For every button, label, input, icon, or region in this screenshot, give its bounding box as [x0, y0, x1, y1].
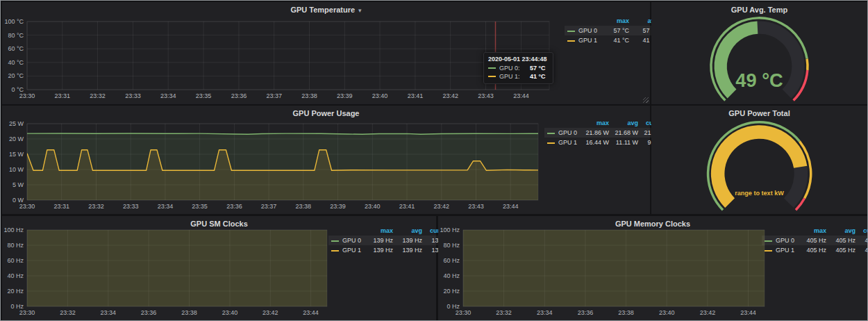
legend-stat-value: 405 Hz [858, 236, 868, 245]
legend-header[interactable]: avg [612, 118, 641, 128]
legend-series-name[interactable]: GPU 0 [776, 237, 794, 244]
x-tick-label: 23:39 [330, 203, 346, 210]
x-tick-label: 23:42 [262, 309, 278, 316]
legend-stat-value: 405 Hz [829, 236, 858, 245]
legend-series-name[interactable]: GPU 1 [776, 247, 794, 254]
legend-series-name[interactable]: GPU 0 [578, 27, 597, 34]
x-tick-label: 23:31 [55, 92, 71, 99]
x-tick-label: 23:37 [266, 92, 282, 99]
x-tick-label: 23:41 [408, 92, 424, 99]
panel-resize-handle[interactable] [643, 97, 649, 103]
memory-clocks-chart-area[interactable]: 100 Hz80 Hz60 Hz40 Hz20 Hz0 Hz23:3023:32… [440, 227, 766, 318]
legend-series-name[interactable]: GPU 1 [342, 247, 361, 254]
sm-clocks-legend: maxavgcurrentGPU 0139 Hz139 Hz139 HzGPU … [328, 226, 454, 255]
legend-stat-value: 16.44 W [583, 138, 612, 147]
memory-clocks-legend: maxavgcurrentGPU 0405 Hz405 Hz405 HzGPU … [762, 226, 868, 255]
legend-series-name[interactable]: GPU 1 [558, 139, 577, 146]
x-tick-label: 23:30 [19, 309, 35, 316]
temperature-chart-area[interactable]: 100 °C80 °C60 °C40 °C20 °C0 °C23:3023:31… [3, 19, 551, 101]
y-tick-label: 60 °C [8, 45, 24, 52]
x-tick-label: 23:32 [496, 309, 512, 316]
x-tick-label: 23:37 [261, 203, 277, 210]
sm-clocks-chart-area[interactable]: 100 Hz80 Hz60 Hz40 Hz20 Hz0 Hz23:3023:32… [3, 227, 328, 318]
x-tick-label: 23:34 [537, 309, 553, 316]
series-color-dash [331, 250, 339, 252]
x-tick-label: 23:40 [659, 309, 675, 316]
legend-stat-value: 139 Hz [367, 245, 396, 255]
x-tick-label: 23:39 [337, 92, 353, 99]
gpu-power-total-gauge-svg: range to text kW [653, 120, 866, 213]
legend-header[interactable]: max [367, 226, 396, 236]
series-color-dash [567, 40, 575, 42]
legend-table: maxavgcurrentGPU 0139 Hz139 Hz139 HzGPU … [328, 226, 454, 255]
series-color-dash [547, 142, 555, 144]
tooltip-series-label: GPU 1: [499, 73, 524, 80]
series-color-dash [331, 240, 339, 242]
x-tick-label: 23:38 [301, 92, 317, 99]
y-tick-label: 80 Hz [443, 242, 460, 249]
x-tick-label: 23:44 [303, 309, 319, 316]
GPU 1-area-fill [27, 227, 327, 306]
gauge-value-text: 49 °C [735, 69, 783, 91]
series-color-dash [488, 67, 496, 69]
x-tick-label: 23:34 [158, 203, 174, 210]
y-tick-label: 60 Hz [7, 257, 24, 264]
x-tick-label: 23:35 [196, 92, 212, 99]
tooltip-timestamp: 2020-05-01 23:44:48 [488, 56, 547, 63]
legend-header[interactable]: max [583, 118, 612, 128]
legend-row: GPU 1139 Hz139 Hz139 Hz [328, 245, 454, 255]
tooltip-series-label: GPU 0: [499, 65, 524, 72]
panel-title[interactable]: GPU Power Usage [293, 109, 360, 117]
legend-header[interactable]: max [603, 16, 632, 26]
legend-row: GPU 0139 Hz139 Hz139 Hz [328, 236, 454, 245]
x-tick-label: 23:30 [19, 92, 35, 99]
panel-title[interactable]: GPU Power Total [728, 109, 790, 117]
legend-header[interactable]: max [800, 226, 829, 236]
chart-tooltip: 2020-05-01 23:44:48 GPU 0: 57 °C GPU 1: … [483, 52, 553, 84]
x-tick-label: 23:44 [513, 92, 529, 99]
panel-header: GPU Temperature▾ [2, 2, 650, 19]
panel-gpu-power-usage: GPU Power Usage 25 W20 W15 W10 W5 W0 W23… [2, 106, 650, 214]
legend-header[interactable]: avg [829, 226, 858, 236]
gauge-value-text: range to text kW [735, 190, 784, 197]
x-tick-label: 23:32 [90, 92, 106, 99]
y-tick-label: 25 W [9, 121, 24, 127]
legend-stat-value: 41 °C [603, 35, 632, 45]
legend-series-name[interactable]: GPU 0 [342, 237, 361, 244]
legend-stat-value: 405 Hz [829, 245, 858, 255]
x-tick-label: 23:44 [503, 203, 519, 210]
x-tick-label: 23:32 [60, 309, 76, 316]
tooltip-series-value: 41 °C [530, 73, 546, 80]
x-tick-label: 23:36 [226, 203, 242, 210]
gpu-temperature-svg: 100 °C80 °C60 °C40 °C20 °C0 °C23:3023:31… [3, 19, 551, 101]
x-tick-label: 23:30 [19, 203, 35, 210]
legend-table: maxavgcurrentGPU 0405 Hz405 Hz405 HzGPU … [762, 226, 868, 255]
series-color-dash [547, 133, 555, 134]
series-color-dash [488, 76, 496, 77]
chevron-down-icon[interactable]: ▾ [358, 7, 362, 14]
legend-header[interactable]: current [858, 226, 868, 236]
legend-series-name[interactable]: GPU 0 [558, 129, 577, 136]
panel-gpu-avg-temp: GPU Avg. Temp 49 °C [651, 2, 867, 104]
x-tick-label: 23:43 [468, 203, 484, 210]
panel-title[interactable]: GPU Avg. Temp [731, 6, 788, 14]
legend-stat-value: 405 Hz [800, 245, 829, 255]
gauge-threshold-segment [807, 59, 808, 70]
legend-header[interactable]: avg [396, 226, 425, 236]
y-tick-label: 100 °C [4, 19, 24, 25]
legend-stat-value: 139 Hz [367, 236, 396, 245]
legend-header-row: maxavgcurrent [762, 226, 868, 236]
gpu-power-usage-svg: 25 W20 W15 W10 W5 W0 W23:3023:3123:3223:… [3, 121, 540, 211]
y-tick-label: 40 °C [8, 59, 24, 66]
y-tick-label: 20 Hz [443, 288, 460, 295]
y-tick-label: 20 °C [8, 72, 24, 79]
x-tick-label: 23:36 [141, 309, 157, 316]
power-usage-chart-area[interactable]: 25 W20 W15 W10 W5 W0 W23:3023:3123:3223:… [3, 121, 540, 211]
panel-gpu-power-total: GPU Power Total range to text kW [651, 106, 867, 214]
y-tick-label: 40 Hz [7, 272, 24, 279]
panel-title[interactable]: GPU Temperature [290, 6, 355, 14]
x-tick-label: 23:34 [160, 92, 176, 99]
avg-temp-gauge: 49 °C [653, 16, 866, 103]
legend-series-name[interactable]: GPU 1 [578, 37, 597, 44]
x-tick-label: 23:36 [578, 309, 594, 316]
